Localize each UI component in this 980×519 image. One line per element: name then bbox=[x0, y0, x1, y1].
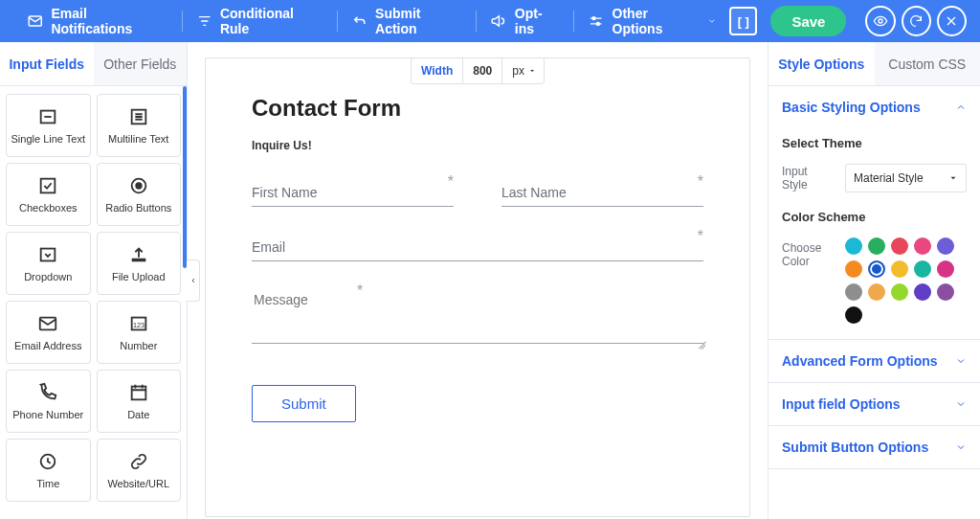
tab-custom-css[interactable]: Custom CSS bbox=[875, 42, 981, 85]
form-title[interactable]: Contact Form bbox=[252, 95, 703, 122]
menu-conditional-rule[interactable]: Conditional Rule bbox=[183, 7, 337, 35]
field-palette[interactable]: Single Line Text Multiline Text Checkbox… bbox=[0, 86, 187, 519]
menu-email-notifications[interactable]: Email Notifications bbox=[13, 7, 182, 35]
dropdown-icon bbox=[37, 244, 58, 265]
sliders-icon bbox=[588, 12, 604, 30]
tile-multiline-text[interactable]: Multiline Text bbox=[97, 94, 182, 157]
color-swatch[interactable] bbox=[914, 237, 931, 255]
color-swatch[interactable] bbox=[845, 283, 862, 301]
menu-opt-ins[interactable]: Opt-ins bbox=[477, 7, 573, 35]
text-input-icon bbox=[37, 106, 58, 127]
svg-point-8 bbox=[136, 183, 142, 189]
color-swatch[interactable] bbox=[937, 260, 954, 278]
section-basic-styling-header[interactable]: Basic Styling Options bbox=[768, 86, 980, 128]
tile-dropdown[interactable]: Dropdown bbox=[6, 232, 91, 295]
color-swatch[interactable] bbox=[937, 237, 954, 255]
shortcode-button[interactable]: [ ] bbox=[729, 7, 757, 35]
collapse-left-handle[interactable] bbox=[187, 260, 200, 302]
input-style-select[interactable]: Material Style bbox=[845, 164, 967, 192]
submit-button[interactable]: Submit bbox=[252, 385, 356, 422]
canvas-width-control[interactable]: Width 800 px bbox=[411, 57, 545, 84]
refresh-icon bbox=[908, 13, 924, 29]
section-input-field-header[interactable]: Input field Options bbox=[768, 383, 980, 425]
tile-radio-buttons[interactable]: Radio Buttons bbox=[97, 163, 182, 226]
menu-label: Email Notifications bbox=[51, 6, 167, 36]
phone-icon bbox=[37, 382, 58, 403]
section-submit-button: Submit Button Options bbox=[768, 426, 980, 469]
tab-input-fields[interactable]: Input Fields bbox=[0, 42, 94, 85]
left-panel: Input Fields Other Fields Single Line Te… bbox=[0, 42, 188, 519]
caret-down-icon bbox=[948, 173, 958, 183]
svg-text:123: 123 bbox=[133, 321, 145, 329]
svg-point-2 bbox=[597, 22, 600, 25]
select-theme-title: Select Theme bbox=[782, 136, 967, 150]
field-last-name[interactable]: * bbox=[501, 179, 703, 207]
upload-icon bbox=[128, 244, 149, 265]
radio-icon bbox=[128, 175, 149, 196]
color-swatch[interactable] bbox=[891, 283, 908, 301]
link-icon bbox=[128, 451, 149, 472]
chevron-down-icon bbox=[955, 355, 967, 367]
color-swatch[interactable] bbox=[868, 283, 885, 301]
save-button[interactable]: Save bbox=[770, 6, 846, 36]
form-subtitle[interactable]: Inquire Us! bbox=[252, 139, 703, 152]
required-mark: * bbox=[448, 173, 454, 191]
mail-icon bbox=[27, 12, 43, 30]
color-swatch[interactable] bbox=[868, 260, 885, 278]
required-mark: * bbox=[698, 173, 703, 191]
menu-other-options[interactable]: Other Options bbox=[574, 7, 729, 35]
first-name-input[interactable] bbox=[252, 179, 454, 207]
color-swatch[interactable] bbox=[914, 260, 931, 278]
textarea-icon bbox=[128, 106, 149, 127]
menu-label: Conditional Rule bbox=[220, 6, 323, 36]
field-message[interactable]: * bbox=[252, 288, 703, 347]
section-submit-button-header[interactable]: Submit Button Options bbox=[768, 426, 980, 468]
tab-other-fields[interactable]: Other Fields bbox=[94, 42, 188, 85]
refresh-button[interactable] bbox=[902, 6, 931, 36]
mail-icon bbox=[37, 313, 58, 334]
field-email[interactable]: * bbox=[252, 234, 703, 261]
chevron-up-icon bbox=[955, 102, 967, 113]
width-value[interactable]: 800 bbox=[463, 58, 502, 83]
tile-file-upload[interactable]: File Upload bbox=[97, 232, 182, 295]
form-canvas[interactable]: Width 800 px Contact Form Inquire Us! * bbox=[205, 57, 750, 517]
number-icon: 123 bbox=[128, 313, 149, 334]
right-tabs: Style Options Custom CSS bbox=[768, 42, 980, 86]
color-swatch[interactable] bbox=[937, 283, 954, 301]
tile-checkboxes[interactable]: Checkboxes bbox=[6, 163, 91, 226]
menu-submit-action[interactable]: Submit Action bbox=[338, 7, 477, 35]
email-input[interactable] bbox=[252, 234, 703, 261]
section-advanced-form-header[interactable]: Advanced Form Options bbox=[768, 340, 980, 382]
required-mark: * bbox=[357, 282, 363, 300]
section-basic-styling: Basic Styling Options Select Theme Input… bbox=[768, 86, 980, 340]
tile-email-address[interactable]: Email Address bbox=[6, 301, 91, 364]
chevron-down-icon bbox=[707, 16, 717, 26]
tile-website-url[interactable]: Website/URL bbox=[97, 439, 182, 502]
tile-phone-number[interactable]: Phone Number bbox=[6, 370, 91, 433]
color-swatch[interactable] bbox=[868, 237, 885, 255]
color-swatches bbox=[845, 237, 967, 324]
tile-single-line-text[interactable]: Single Line Text bbox=[6, 94, 91, 157]
color-swatch[interactable] bbox=[891, 260, 908, 278]
top-toolbar: Email Notifications Conditional Rule Sub… bbox=[0, 0, 980, 42]
last-name-input[interactable] bbox=[501, 179, 703, 207]
caret-down-icon bbox=[528, 67, 536, 75]
color-swatch[interactable] bbox=[914, 283, 931, 301]
field-first-name[interactable]: * bbox=[252, 179, 454, 207]
tile-time[interactable]: Time bbox=[6, 439, 91, 502]
tile-number[interactable]: 123 Number bbox=[97, 301, 182, 364]
tab-style-options[interactable]: Style Options bbox=[768, 42, 875, 85]
preview-button[interactable] bbox=[865, 6, 895, 36]
color-swatch[interactable] bbox=[845, 237, 862, 255]
color-swatch[interactable] bbox=[845, 306, 862, 324]
megaphone-icon bbox=[490, 12, 506, 30]
svg-rect-6 bbox=[41, 179, 56, 193]
message-input[interactable] bbox=[252, 288, 703, 344]
color-swatch[interactable] bbox=[845, 260, 862, 278]
menu-label: Opt-ins bbox=[515, 6, 560, 36]
color-scheme-title: Color Scheme bbox=[782, 210, 967, 224]
close-button[interactable] bbox=[937, 6, 967, 36]
tile-date[interactable]: Date bbox=[97, 370, 182, 433]
width-unit[interactable]: px bbox=[502, 64, 544, 78]
color-swatch[interactable] bbox=[891, 237, 908, 255]
